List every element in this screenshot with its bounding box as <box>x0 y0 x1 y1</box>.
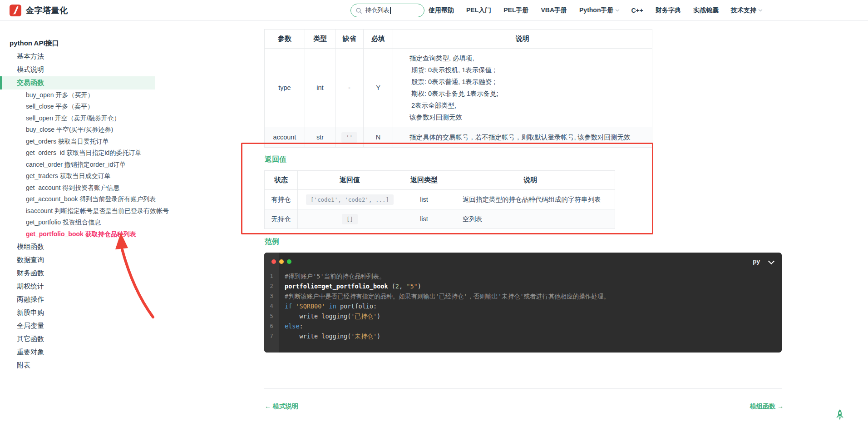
table-row: 无持仓[]list空列表 <box>265 209 615 229</box>
column-header: 说明 <box>393 30 652 49</box>
cell-description: 指定具体的交易帐号，若不指定帐号，则取默认登录帐号, 该参数对回测无效 <box>393 127 652 148</box>
sidebar-item[interactable]: sell_close 平多（卖平） <box>0 101 155 113</box>
sidebar-item[interactable]: 数据查询 <box>0 253 155 267</box>
close-dot-icon <box>271 259 276 264</box>
sidebar-item[interactable]: 期权统计 <box>0 280 155 293</box>
sidebar-item[interactable]: python API接口 <box>0 36 155 50</box>
sidebar-item[interactable]: 模式说明 <box>0 63 155 76</box>
cell-default: '' <box>335 127 364 148</box>
next-page-link[interactable]: 模组函数 → <box>750 402 784 411</box>
sidebar-item[interactable]: 其它函数 <box>0 333 155 346</box>
sidebar-item[interactable]: buy_close 平空(买平/买券还券) <box>0 124 155 136</box>
sidebar-item[interactable]: 基本方法 <box>0 50 155 63</box>
column-header: 状态 <box>265 171 298 190</box>
column-header: 必填 <box>364 30 393 49</box>
sidebar-item[interactable]: 附表 <box>0 359 155 372</box>
top-header: 金字塔量化 持仓列表 使用帮助PEL入门PEL手册VBA手册Python手册C+… <box>0 0 868 21</box>
maximize-dot-icon <box>287 259 291 264</box>
sidebar-item[interactable]: 模组函数 <box>0 240 155 253</box>
sidebar-item[interactable]: get_portfolio 投资组合信息 <box>0 217 155 229</box>
nav-label: 技术支持 <box>731 6 756 15</box>
cell-required: Y <box>364 49 393 127</box>
code-body: 1#得到账户'5'当前的持仓品种列表。2portfolio=get_portfo… <box>264 271 782 341</box>
column-header: 类型 <box>305 30 335 49</box>
sidebar-item[interactable]: sell_open 开空（卖开/融券开仓） <box>0 113 155 124</box>
code-line: 7 write_logging('未持仓') <box>264 331 782 341</box>
cell-description: 指定查询类型, 必填项, 期货: 0表示投机, 1表示保值 ; 股票: 0表示普… <box>393 49 652 127</box>
app-logo[interactable] <box>10 5 21 16</box>
nav-link-1[interactable]: 使用帮助 <box>429 6 454 15</box>
line-number: 3 <box>264 291 279 301</box>
nav-link-7[interactable]: 财务字典 <box>656 6 681 15</box>
line-number: 2 <box>264 281 279 291</box>
nav-label: Python手册 <box>579 6 613 15</box>
cell-default: - <box>335 49 364 127</box>
nav-link-9[interactable]: 技术支持 <box>731 6 762 15</box>
cell-return-type: list <box>402 209 446 229</box>
cell-param: account <box>265 127 305 148</box>
code-text: portfolio=get_portfolio_book (2, "5") <box>279 281 421 291</box>
sidebar-item[interactable]: get_portfolio_book 获取持仓品种列表 <box>0 228 155 240</box>
nav-link-2[interactable]: PEL入门 <box>466 6 491 15</box>
window-dots <box>271 259 291 264</box>
nav-link-5[interactable]: Python手册 <box>579 6 619 15</box>
sidebar-item[interactable]: 全局变量 <box>0 319 155 333</box>
sidebar-item[interactable]: get_account 得到投资者账户信息 <box>0 182 155 194</box>
returns-table: 状态返回值返回类型说明 有持仓['code1', 'code2', ...]li… <box>264 170 615 229</box>
return-value-chip: [] <box>342 214 358 224</box>
sidebar-item[interactable]: buy_open 开多（买开） <box>0 89 155 101</box>
table-header-row: 状态返回值返回类型说明 <box>265 171 615 190</box>
sidebar-item[interactable]: get_traders 获取当日成交订单 <box>0 171 155 183</box>
nav-label: PEL入门 <box>466 6 491 15</box>
nav-label: 实战锦囊 <box>693 6 719 15</box>
nav-label: 财务字典 <box>656 6 681 15</box>
prev-page-link[interactable]: ← 模式说明 <box>265 402 298 411</box>
nav-label: 使用帮助 <box>429 6 454 15</box>
code-language-badge: py <box>753 258 760 265</box>
code-text: write_logging('已持仓') <box>279 311 380 321</box>
column-header: 返回值 <box>298 171 402 190</box>
line-number: 5 <box>264 311 279 321</box>
minimize-dot-icon <box>279 259 284 264</box>
nav-link-3[interactable]: PEL手册 <box>503 6 528 15</box>
sidebar-item[interactable]: 财务函数 <box>0 267 155 280</box>
code-line: 3#判断该账户中是否已经持有指定的品种。如果有则输出'已经持仓'，否则输出'未持… <box>264 291 782 301</box>
cell-return-type: list <box>402 190 446 209</box>
line-number: 7 <box>264 331 279 341</box>
sidebar-item[interactable]: 两融操作 <box>0 293 155 306</box>
back-to-top-rocket-icon[interactable] <box>833 408 847 423</box>
cell-description: 返回指定类型的持仓品种代码组成的字符串列表 <box>446 190 615 209</box>
sidebar-item[interactable]: 交易函数 <box>0 76 155 89</box>
sidebar-item[interactable]: 重要对象 <box>0 346 155 359</box>
cell-param: type <box>265 49 305 127</box>
search-icon <box>355 7 362 14</box>
code-line: 5 write_logging('已持仓') <box>264 311 782 321</box>
cell-return-value: ['code1', 'code2', ...] <box>298 190 402 209</box>
sidebar-item[interactable]: get_account_book 得到当前登录所有账户列表 <box>0 194 155 206</box>
code-line: 1#得到账户'5'当前的持仓品种列表。 <box>264 271 782 281</box>
code-line: 4if 'SQRB00' in portfolio: <box>264 301 782 311</box>
collapse-chevron-icon[interactable] <box>768 258 774 264</box>
search-input[interactable]: 持仓列表 <box>350 4 424 17</box>
cell-return-value: [] <box>298 209 402 229</box>
code-block: py 1#得到账户'5'当前的持仓品种列表。2portfolio=get_por… <box>264 253 782 353</box>
example-heading: 范例 <box>265 237 279 247</box>
sidebar-item[interactable]: isaccount 判断指定帐号是否是当前已登录有效帐号 <box>0 205 155 217</box>
nav-label: VBA手册 <box>541 6 567 15</box>
nav-link-6[interactable]: C++ <box>631 7 643 14</box>
chevron-down-icon <box>759 8 762 11</box>
cell-status: 有持仓 <box>265 190 298 209</box>
table-header-row: 参数类型缺省必填说明 <box>265 30 652 49</box>
parameters-table: 参数类型缺省必填说明 typeint-Y指定查询类型, 必填项, 期货: 0表示… <box>264 29 652 148</box>
sidebar-item[interactable]: get_orders_id 获取当日指定id的委托订单 <box>0 148 155 159</box>
column-header: 缺省 <box>335 30 364 49</box>
nav-link-4[interactable]: VBA手册 <box>541 6 567 15</box>
column-header: 返回类型 <box>402 171 446 190</box>
cell-type: int <box>305 49 335 127</box>
sidebar-item[interactable]: cancel_order 撤销指定order_id订单 <box>0 159 155 171</box>
app-title: 金字塔量化 <box>26 5 68 16</box>
top-nav: 使用帮助PEL入门PEL手册VBA手册Python手册C++财务字典实战锦囊技术… <box>429 0 762 21</box>
sidebar-item[interactable]: 新股申购 <box>0 306 155 319</box>
sidebar-item[interactable]: get_orders 获取当日委托订单 <box>0 136 155 148</box>
nav-link-8[interactable]: 实战锦囊 <box>693 6 719 15</box>
